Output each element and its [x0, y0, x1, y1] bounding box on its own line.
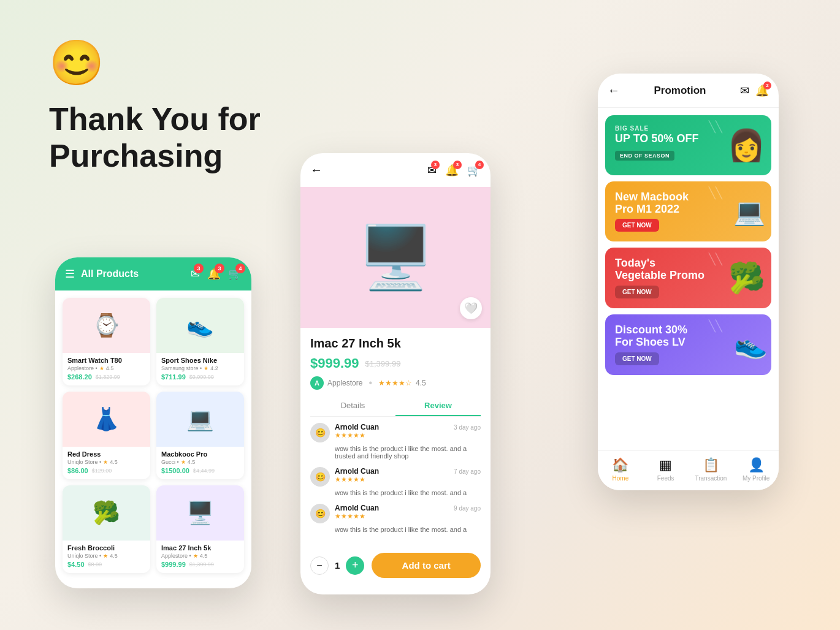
product-orig-3: $4,44.99	[193, 468, 215, 474]
review-0: 😊 Arnold Cuan 3 day ago ★★★★★ wow this i…	[310, 423, 481, 460]
bell-icon-right[interactable]: 🔔 2	[755, 84, 769, 97]
product-price-5: $999.99	[161, 561, 186, 568]
get-now-btn-1[interactable]: GET NOW	[615, 219, 659, 232]
mail-icon[interactable]: ✉ 3	[191, 267, 200, 281]
product-store-5: Applestore • ★ 4.5	[161, 553, 239, 559]
nav-profile[interactable]: 👤 My Profile	[733, 457, 779, 482]
greeting-section: 😊 Thank You for Purchasing	[49, 37, 307, 175]
product-name-4: Fresh Broccoli	[67, 544, 145, 552]
product-card-5[interactable]: 🖥️ Imac 27 Inch 5k Applestore • ★ 4.5 $9…	[156, 485, 244, 573]
product-img-3: 💻	[156, 392, 244, 447]
phone-mid-header: ← ✉ 3 🔔 3 🛒 4	[300, 153, 491, 187]
profile-icon: 👤	[748, 457, 765, 473]
review-date-0: 3 day ago	[454, 424, 481, 431]
hamburger-icon[interactable]: ☰	[65, 267, 75, 281]
product-price-2: $86.00	[67, 467, 88, 474]
qty-increase-button[interactable]: +	[346, 556, 364, 575]
review-date-2: 9 day ago	[454, 505, 481, 512]
product-price-4: $4.50	[67, 561, 85, 568]
product-card-3[interactable]: 💻 Macbkooc Pro Gucci • ★ 4.5 $1500.00 $4…	[156, 392, 244, 479]
product-store-4: Uniqlo Store • ★ 4.5	[67, 553, 145, 559]
product-detail-info: Imac 27 Inch 5k $999.99 $1,399.99 A Appl…	[300, 328, 491, 390]
wishlist-button[interactable]: 🤍	[460, 297, 482, 319]
promo-banner-0[interactable]: ╲╲ BIG SALE UP TO 50% OFF END OF SEASON …	[605, 115, 771, 175]
tab-review[interactable]: Review	[395, 396, 481, 416]
cart-badge: 4	[235, 264, 245, 273]
product-store-1: Samsung store • ★ 4.2	[161, 365, 239, 371]
review-2: 😊 Arnold Cuan 9 day ago ★★★★★ wow this i…	[310, 504, 481, 533]
phone-right: ← Promotion ✉ 🔔 2 ╲╲ BIG SALE UP TO 50% …	[598, 74, 779, 490]
review-1: 😊 Arnold Cuan 7 day ago ★★★★★ wow this i…	[310, 467, 481, 496]
mail-icon-right[interactable]: ✉	[740, 84, 749, 97]
product-card-0[interactable]: ⌚ Smart Watch T80 Applestore • ★ 4.5 $26…	[63, 298, 150, 385]
deco-lines-0: ╲╲	[709, 120, 722, 134]
product-card-2[interactable]: 👗 Red Dress Uniqlo Store • ★ 4.5 $86.00 …	[63, 392, 150, 479]
nav-home[interactable]: 🏠 Home	[598, 457, 643, 482]
review-text-0: wow this is the product i like the most.…	[335, 445, 481, 460]
nav-transaction[interactable]: 📋 Transaction	[689, 457, 734, 482]
promo-banner-1[interactable]: ╲╲ New MacbookPro M1 2022 GET NOW 💻	[605, 181, 771, 242]
product-img-1: 👟	[156, 298, 244, 353]
thank-you-title: Thank You for Purchasing	[49, 101, 307, 175]
phone-right-header: ← Promotion ✉ 🔔 2	[598, 74, 779, 108]
product-img-0: ⌚	[63, 298, 150, 353]
phone-left-header: ☰ All Products ✉ 3 🔔 3 🛒 4	[55, 257, 251, 290]
bottom-nav: 🏠 Home ▦ Feeds 📋 Transaction 👤 My Profil…	[598, 450, 779, 490]
promo-img-0: 👩	[727, 127, 765, 163]
cart-icon-mid[interactable]: 🛒 4	[467, 164, 481, 177]
product-name-3: Macbkooc Pro	[161, 450, 239, 458]
products-grid: ⌚ Smart Watch T80 Applestore • ★ 4.5 $26…	[55, 290, 251, 580]
product-detail-price: $999.99	[310, 355, 359, 371]
reviewer-name-1: Arnold Cuan	[335, 467, 379, 476]
product-store-3: Gucci • ★ 4.5	[161, 459, 239, 465]
product-img-2: 👗	[63, 392, 150, 447]
qty-decrease-button[interactable]: −	[310, 556, 329, 575]
transaction-icon: 📋	[703, 457, 719, 473]
mail-icon-mid[interactable]: ✉ 3	[427, 164, 437, 177]
promotion-title: Promotion	[654, 85, 706, 97]
product-store-2: Uniqlo Store • ★ 4.5	[67, 459, 145, 465]
product-name-0: Smart Watch T80	[67, 357, 145, 364]
nav-transaction-label: Transaction	[695, 475, 727, 482]
review-text-1: wow this is the product i like the most.…	[335, 489, 481, 496]
back-icon[interactable]: ←	[310, 163, 323, 177]
get-now-btn-3[interactable]: GET NOW	[615, 352, 659, 365]
feeds-icon: ▦	[659, 457, 672, 473]
add-to-cart-row: − 1 + Add to cart	[300, 547, 491, 586]
quantity-control: − 1 +	[310, 556, 364, 575]
greeting-emoji: 😊	[49, 37, 307, 89]
nav-feeds-label: Feeds	[657, 475, 674, 482]
nav-home-label: Home	[613, 475, 629, 482]
product-card-4[interactable]: 🥦 Fresh Broccoli Uniqlo Store • ★ 4.5 $4…	[63, 485, 150, 573]
reviewer-avatar-0: 😊	[310, 423, 330, 442]
deco-lines-2: ╲╲	[709, 252, 722, 266]
product-rating: 4.5	[416, 379, 426, 387]
product-orig-0: $1,329.99	[96, 374, 120, 380]
get-now-btn-2[interactable]: GET NOW	[615, 286, 659, 298]
product-main-image: 🖥️ 🤍	[300, 187, 491, 328]
reviewer-avatar-2: 😊	[310, 504, 330, 523]
product-card-1[interactable]: 👟 Sport Shoes Nike Samsung store • ★ 4.2…	[156, 298, 244, 385]
bell-icon[interactable]: 🔔 3	[207, 267, 221, 281]
product-img-5: 🖥️	[156, 485, 244, 541]
promo-img-2: 🥦	[728, 261, 765, 295]
tab-details[interactable]: Details	[310, 396, 395, 416]
promo-banner-3[interactable]: ╲╲ Discount 30%For Shoes LV GET NOW 👟	[605, 314, 771, 375]
nav-feeds[interactable]: ▦ Feeds	[643, 457, 689, 482]
product-orig-4: $8.00	[88, 561, 102, 567]
product-orig-2: $129.00	[92, 468, 112, 474]
promo-banner-2[interactable]: ╲╲ Today'sVegetable Promo GET NOW 🥦	[605, 248, 771, 308]
product-name-2: Red Dress	[67, 450, 145, 458]
review-stars-1: ★★★★★	[335, 476, 481, 484]
cart-icon[interactable]: 🛒 4	[228, 267, 242, 281]
promo-img-1: 💻	[733, 197, 765, 227]
product-img-4: 🥦	[63, 485, 150, 541]
product-orig-1: $9,099.00	[189, 374, 214, 380]
back-icon-right[interactable]: ←	[608, 83, 620, 97]
product-price-0: $268.20	[67, 373, 92, 381]
add-to-cart-button[interactable]: Add to cart	[372, 553, 481, 578]
promo-banners: ╲╲ BIG SALE UP TO 50% OFF END OF SEASON …	[598, 108, 779, 382]
reviewer-name-0: Arnold Cuan	[335, 423, 379, 431]
tabs-row: Details Review	[310, 396, 481, 417]
bell-icon-mid[interactable]: 🔔 3	[445, 164, 459, 177]
